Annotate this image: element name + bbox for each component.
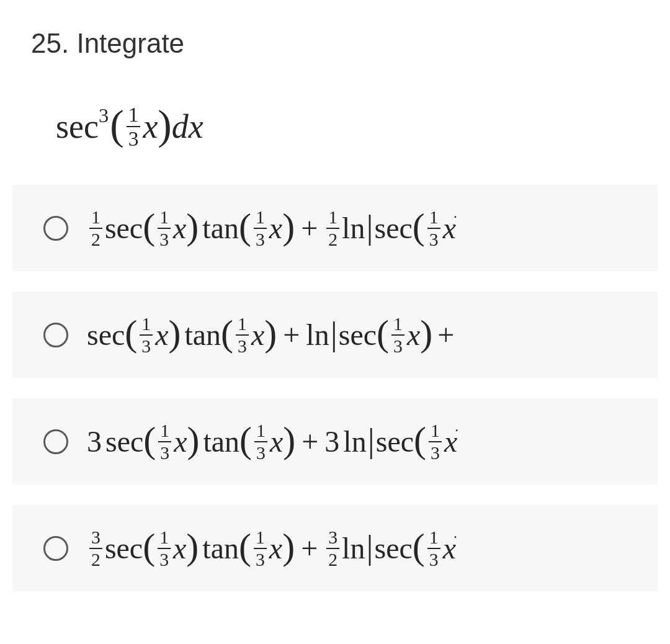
option-4-math: 32 sec ( 13 x ) tan ( 13 x ) + 32 ln | s… — [87, 527, 457, 570]
question-text: Integrate — [76, 28, 184, 58]
integral-expression: sec3 ( 13 x ) dx — [56, 102, 658, 151]
radio-icon[interactable] — [43, 323, 68, 347]
option-3-math: 3 sec ( 13 x ) tan ( 13 x ) + 3 ln | sec… — [87, 420, 458, 463]
option-1[interactable]: 12 sec ( 13 x ) tan ( 13 x ) + 12 ln | s… — [12, 185, 658, 271]
option-2-math: sec ( 13 x ) tan ( 13 x ) + ln | sec ( 1… — [87, 313, 459, 356]
radio-icon[interactable] — [43, 216, 68, 241]
radio-icon[interactable] — [43, 429, 68, 454]
option-3[interactable]: 3 sec ( 13 x ) tan ( 13 x ) + 3 ln | sec… — [12, 398, 658, 485]
option-4[interactable]: 32 sec ( 13 x ) tan ( 13 x ) + 32 ln | s… — [12, 505, 658, 591]
question-title: 25. Integrate — [31, 28, 658, 59]
question-number: 25. — [31, 28, 69, 58]
option-2[interactable]: sec ( 13 x ) tan ( 13 x ) + ln | sec ( 1… — [12, 292, 658, 378]
radio-icon[interactable] — [43, 536, 68, 561]
option-1-math: 12 sec ( 13 x ) tan ( 13 x ) + 12 ln | s… — [87, 207, 457, 249]
